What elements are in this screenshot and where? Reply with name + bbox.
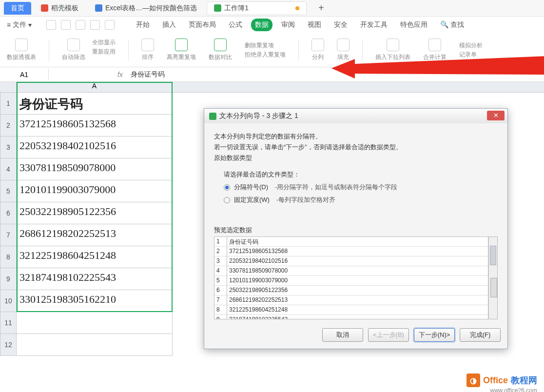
sheet-icon <box>214 4 221 12</box>
cell[interactable]: 321225198604251248 <box>17 246 173 268</box>
dialog-icon <box>209 113 216 120</box>
dialog-titlebar[interactable]: 文本分列向导 - 3 步骤之 1 ✕ <box>204 109 507 123</box>
preview-data-col: 身份证号码 372125198605132568 220532198402102… <box>227 237 488 319</box>
menu-layout[interactable]: 页面布局 <box>185 19 220 31</box>
rb-whatif[interactable]: 模拟分析 <box>459 41 483 50</box>
menu-start[interactable]: 开始 <box>132 19 154 31</box>
menu-special[interactable]: 特色应用 <box>396 19 431 31</box>
menu-devtools[interactable]: 开发工具 <box>356 19 391 31</box>
option-prompt: 请选择最合适的文件类型： <box>224 170 493 179</box>
tab-excel-doc[interactable]: Excel表格…—如何按颜色筛选 <box>88 2 204 15</box>
preview-icon[interactable] <box>76 20 85 30</box>
menu-insert[interactable]: 插入 <box>158 19 180 31</box>
cell[interactable] <box>17 334 173 356</box>
radio-icon <box>224 197 230 203</box>
finish-button[interactable]: 完成(F) <box>460 328 501 342</box>
redo-icon[interactable] <box>105 20 115 30</box>
rb-record[interactable]: 记录单 <box>459 51 483 59</box>
print-icon[interactable] <box>61 20 71 30</box>
unsaved-dot-icon <box>295 6 299 10</box>
prev-button: <上一步(B) <box>368 328 409 342</box>
close-button[interactable]: ✕ <box>487 111 505 120</box>
cell[interactable]: 120101199003079000 <box>17 180 173 202</box>
row-num[interactable]: 1 <box>0 93 17 115</box>
row-num[interactable]: 3 <box>0 137 17 158</box>
rb-remove-dup[interactable]: 删除重复项 <box>245 41 286 50</box>
preview-label: 预览选定数据 <box>214 226 498 235</box>
row-num[interactable]: 4 <box>0 158 17 180</box>
rb-filter[interactable]: 自动筛选 <box>62 39 85 61</box>
save-icon[interactable] <box>46 20 56 30</box>
text-to-columns-dialog: 文本分列向导 - 3 步骤之 1 ✕ 文本分列向导判定您的数据有分隔符。 若一切… <box>204 108 508 349</box>
tab-workbook[interactable]: 工作簿1 <box>207 1 307 15</box>
option-delimited[interactable]: 分隔符号(D) -用分隔字符，如逗号或制表符分隔每个字段 <box>224 183 493 192</box>
row-num[interactable]: 5 <box>0 180 17 202</box>
cell[interactable]: 321874198102225543 <box>17 268 173 290</box>
menu-search[interactable]: 🔍 查找 <box>436 19 468 31</box>
row-num[interactable]: 10 <box>0 290 17 312</box>
section-label: 原始数据类型 <box>214 154 498 162</box>
next-button[interactable]: 下一步(N)> <box>414 328 455 342</box>
cell[interactable]: 250322198905122356 <box>17 202 173 224</box>
rb-reject-dup[interactable]: 拒绝录入重复项 <box>245 51 286 59</box>
row-num[interactable]: 11 <box>0 312 17 334</box>
row-num[interactable]: 6 <box>0 202 17 224</box>
preview-line-numbers: 123456789 <box>214 237 227 319</box>
cell[interactable]: 330781198509078000 <box>17 158 173 180</box>
menu-data[interactable]: 数据 <box>251 19 272 31</box>
menu-review[interactable]: 审阅 <box>277 19 299 31</box>
row-num[interactable]: 7 <box>0 224 17 246</box>
cell[interactable]: 220532198402102516 <box>17 137 173 158</box>
undo-icon[interactable] <box>90 20 100 30</box>
ribbon: 数据透视表 自动筛选 全部显示 重新应用 排序 高亮重复项 数据对比 删除重复项… <box>0 33 544 67</box>
menu-formula[interactable]: 公式 <box>225 19 246 31</box>
select-all-corner[interactable] <box>0 82 17 92</box>
dialog-title: 文本分列向导 - 3 步骤之 1 <box>219 112 298 120</box>
col-header-A[interactable]: A <box>17 82 173 92</box>
radio-icon <box>224 184 230 191</box>
dialog-desc2: 若一切设置无误，请单击“下一步”，否则请选择最合适的数据类型。 <box>214 143 498 152</box>
rb-pivot[interactable]: 数据透视表 <box>7 39 36 61</box>
window-tabbar: 首页 稻壳模板 Excel表格…—如何按颜色筛选 工作簿1 + <box>0 0 544 17</box>
fx-icon[interactable]: fx <box>49 71 127 78</box>
row-num[interactable]: 9 <box>0 268 17 290</box>
menu-security[interactable]: 安全 <box>330 19 351 31</box>
option-fixedwidth[interactable]: 固定宽度(W) -每列字段加空格对齐 <box>224 196 493 204</box>
new-tab-button[interactable]: + <box>318 2 324 14</box>
preview-pane: 123456789 身份证号码 372125198605132568 22053… <box>214 236 498 319</box>
menubar: ≡ 文件 ▾ 开始 插入 页面布局 公式 数据 审阅 视图 安全 开发工具 特色… <box>0 17 544 33</box>
rb-text-to-columns[interactable]: 分列 <box>311 39 324 61</box>
rb-reapply[interactable]: 重新应用 <box>92 48 116 56</box>
cell[interactable] <box>17 312 173 334</box>
formula-value[interactable]: 身份证号码 <box>127 70 544 79</box>
file-menu[interactable]: ≡ 文件 ▾ <box>7 20 32 29</box>
rb-compare[interactable]: 数据对比 <box>209 39 232 61</box>
row-num[interactable]: 12 <box>0 334 17 356</box>
tab-template[interactable]: 稻壳模板 <box>34 2 85 15</box>
rb-dropdown[interactable]: 插入下拉列表 <box>375 39 410 61</box>
cell[interactable]: 330125198305162210 <box>17 290 173 312</box>
menu-view[interactable]: 视图 <box>304 19 325 31</box>
watermark-logo-icon: ◑ <box>466 373 480 387</box>
rb-consolidate[interactable]: 合并计算 <box>423 39 447 61</box>
cancel-button[interactable]: 取消 <box>322 328 363 342</box>
watermark: ◑ Office教程网 <box>466 373 537 387</box>
name-box[interactable]: A1 <box>0 69 49 80</box>
preview-restore-icon[interactable] <box>490 278 497 297</box>
doc-icon <box>95 4 102 12</box>
fire-icon <box>41 4 48 12</box>
rb-sort[interactable]: 排序 <box>141 39 154 61</box>
cell[interactable]: 268612198202252513 <box>17 224 173 246</box>
dialog-desc1: 文本分列向导判定您的数据有分隔符。 <box>214 132 498 141</box>
row-num[interactable]: 8 <box>0 246 17 268</box>
cell[interactable]: 372125198605132568 <box>17 115 173 137</box>
formula-bar: A1 fx 身份证号码 <box>0 67 544 82</box>
rb-showall[interactable]: 全部显示 <box>92 39 116 47</box>
tab-home[interactable]: 首页 <box>4 2 31 15</box>
row-num[interactable]: 2 <box>0 115 17 137</box>
cell[interactable]: 身份证号码 <box>17 93 173 115</box>
watermark-url: www.office26.com <box>490 387 538 392</box>
rb-highlight-dup[interactable]: 高亮重复项 <box>167 39 196 61</box>
rb-fill[interactable]: 填充 <box>337 39 350 61</box>
